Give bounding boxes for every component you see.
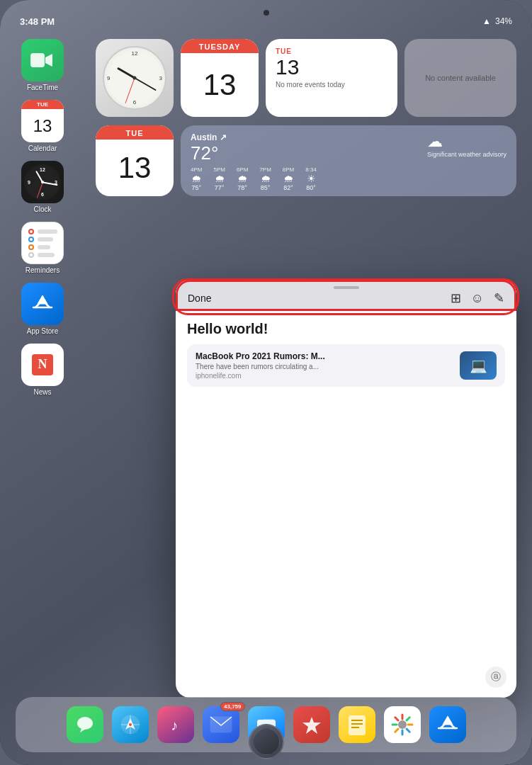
clock-num-3: 3 (159, 75, 162, 81)
link-domain: iphonelife.com (196, 372, 453, 380)
clock-face: 12 6 3 9 (103, 46, 166, 110)
cal-med-events: No more events today (276, 81, 387, 89)
status-time: 3:48 PM (20, 16, 55, 27)
weather-advisory: Significant weather advisory (427, 151, 506, 158)
note-content: Hello world! MacBook Pro 2021 Rumors: M.… (176, 311, 516, 397)
appstore-label: App Store (27, 327, 58, 335)
placeholder-widget: No content available (404, 39, 516, 117)
safari-dock-icon (112, 706, 149, 743)
toolbar-icons: ⊞ ☺ ✎ (451, 290, 504, 306)
messages-dock-icon (67, 706, 103, 743)
calendar-label: Calendar (28, 144, 57, 152)
forecast-834: 8:34 ☀ 80° (305, 166, 317, 191)
weather-cloud-icon: ☁ (427, 132, 506, 151)
reminders-dots (26, 226, 60, 261)
rem-dot-3 (28, 244, 34, 250)
clock-minute-hand (135, 77, 157, 91)
rem-line-3 (38, 245, 50, 249)
dock-messages[interactable] (67, 706, 103, 743)
rem-dot-2 (28, 237, 34, 242)
link-thumbnail: 💻 (460, 351, 497, 380)
facetime-label: FaceTime (27, 84, 58, 91)
rem-line-4 (38, 253, 55, 257)
forecast-8pm: 8PM 🌧 82° (283, 166, 294, 191)
ipad-frame: 3:48 PM ▲ 34% FaceTime TUE 13 Calendar (0, 0, 532, 765)
cal-med-day: 13 (276, 57, 387, 78)
note-title: Hello world! (187, 321, 505, 337)
link-thumb-inner: 💻 (460, 351, 497, 380)
appstore-icon (21, 283, 64, 325)
reminders-icon (21, 222, 64, 264)
weather-city: Austin ↗ (191, 132, 227, 142)
rem-dot-4 (28, 252, 34, 258)
link-preview-card[interactable]: MacBook Pro 2021 Rumors: M... There have… (187, 344, 505, 387)
weather-widget[interactable]: Austin ↗ 72° ☁ Significant weather advis… (181, 125, 516, 196)
home-button[interactable] (249, 724, 284, 759)
calendar-month-label: TUE (21, 100, 64, 109)
clock-center-dot (133, 76, 137, 80)
app-clock[interactable]: 12 6 3 9 Clock (16, 161, 69, 213)
forecast-5pm: 5PM 🌧 77° (213, 166, 225, 191)
calendar-medium-widget[interactable]: TUE 13 No more events today (266, 39, 397, 117)
clock-num-12: 12 (132, 50, 138, 57)
svg-rect-16 (349, 715, 366, 735)
app-calendar[interactable]: TUE 13 Calendar (16, 100, 69, 152)
svg-point-11 (129, 723, 132, 726)
widgets-row-1: 12 6 3 9 TUESDAY 13 TUE 13 No more event… (96, 39, 516, 117)
rem-line-2 (38, 237, 53, 242)
grid-icon[interactable]: ⊞ (451, 290, 461, 306)
cal-small-month: TUESDAY (181, 39, 259, 53)
done-button[interactable]: Done (188, 293, 445, 304)
app-reminders[interactable]: Reminders (16, 222, 69, 274)
wifi-icon: ▲ (482, 16, 491, 26)
weather-temp: 72° (191, 142, 227, 164)
app-appstore[interactable]: App Store (16, 283, 69, 335)
svg-marker-1 (45, 54, 52, 67)
home-button-inner (253, 728, 280, 755)
link-title: MacBook Pro 2021 Rumors: M... (196, 351, 453, 361)
dock-mail[interactable]: 43,759 (203, 706, 239, 743)
svg-point-20 (398, 720, 407, 729)
rem-line-1 (38, 230, 57, 234)
app-news[interactable]: N News (16, 344, 69, 396)
dock-spark[interactable] (293, 706, 330, 743)
svg-text:N: N (38, 357, 47, 371)
calendar-small-widget[interactable]: TUESDAY 13 (181, 39, 259, 117)
clock-widget[interactable]: 12 6 3 9 (96, 39, 174, 117)
forecast-7pm: 7PM 🌧 85° (259, 166, 271, 191)
forecast-6pm: 6PM 🌧 78° (237, 166, 248, 191)
toolbar-handle (334, 286, 359, 289)
dock-notes[interactable] (339, 706, 375, 743)
widgets-row-2: TUE 13 Austin ↗ 72° ☁ Significant weathe… (96, 125, 516, 196)
weather-right: ☁ Significant weather advisory (427, 132, 506, 158)
cal2-day: 13 (96, 140, 174, 196)
placeholder-text: No content available (419, 68, 502, 88)
forecast-4pm: 4PM 🌧 75° (191, 166, 202, 191)
dock-music[interactable]: ♪ (157, 706, 194, 743)
dock-safari[interactable] (112, 706, 149, 743)
app-facetime[interactable]: FaceTime (16, 39, 69, 91)
facetime-icon (21, 39, 64, 81)
svg-marker-6 (80, 728, 86, 732)
note-popup[interactable]: Done ⊞ ☺ ✎ Hello world! MacBook Pro 2021… (176, 280, 516, 698)
battery-indicator: 34% (495, 16, 512, 26)
svg-rect-0 (30, 53, 45, 67)
photos-dock-icon (384, 706, 421, 743)
mail-badge: 43,759 (220, 702, 244, 711)
news-icon: N (21, 344, 64, 386)
notes-dock-icon (339, 706, 375, 743)
note-bottom-icon[interactable]: ⓐ (485, 667, 506, 688)
macbook-icon: 💻 (470, 357, 487, 374)
rem-dot-1 (28, 229, 34, 234)
calendar-small-widget-2[interactable]: TUE 13 (96, 125, 174, 196)
status-right: ▲ 34% (482, 16, 512, 26)
emoji-icon[interactable]: ☺ (471, 291, 484, 306)
svg-marker-15 (302, 717, 321, 734)
weather-forecast: 4PM 🌧 75° 5PM 🌧 77° 6PM 🌧 78° (191, 166, 506, 191)
dock-appstore[interactable] (429, 706, 466, 743)
compose-icon[interactable]: ✎ (494, 290, 504, 306)
appstore-dock-icon (429, 706, 466, 743)
widgets-area: 12 6 3 9 TUESDAY 13 TUE 13 No more event… (96, 39, 516, 196)
spark-dock-icon (293, 706, 330, 743)
dock-photos[interactable] (384, 706, 421, 743)
